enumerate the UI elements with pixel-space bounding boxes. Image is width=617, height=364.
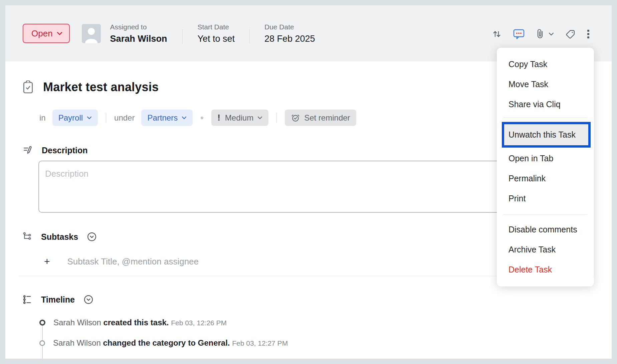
priority-dropdown[interactable]: ! Medium bbox=[211, 110, 268, 126]
in-label: in bbox=[39, 113, 46, 123]
menu-item-disable-comments[interactable]: Disable comments bbox=[497, 219, 594, 239]
collapse-subtasks-icon[interactable] bbox=[87, 232, 97, 242]
timeline-action: changed the category to General. bbox=[103, 338, 230, 347]
timeline-actor[interactable]: Sarah Wilson bbox=[53, 338, 101, 347]
chevron-down-icon bbox=[257, 116, 262, 120]
subtask-title-input[interactable]: Subtask Title, @mention assignee bbox=[67, 256, 199, 267]
chevron-down-icon bbox=[549, 32, 554, 36]
header-divider bbox=[249, 29, 250, 44]
due-date-label: Due Date bbox=[264, 23, 315, 31]
status-label: Open bbox=[31, 28, 53, 39]
highlight-annotation-box: Unwatch this Task bbox=[502, 122, 591, 148]
due-date-field: Due Date 28 Feb 2025 bbox=[264, 23, 315, 44]
task-options-menu: Copy Task Move Task Share via Cliq Unwat… bbox=[497, 48, 594, 287]
paperclip-icon bbox=[536, 29, 545, 39]
timeline-bullet-icon bbox=[39, 320, 45, 326]
page-title: Market test analysis bbox=[43, 80, 159, 94]
attachment-button[interactable] bbox=[536, 29, 554, 39]
menu-item-permalink[interactable]: Permalink bbox=[497, 168, 594, 188]
tasklist-dropdown[interactable]: Payroll bbox=[52, 110, 98, 126]
menu-item-archive-task[interactable]: Archive Task bbox=[497, 239, 594, 259]
assigned-to-label: Assigned to bbox=[110, 23, 167, 31]
task-clipboard-icon bbox=[22, 80, 34, 94]
description-icon bbox=[22, 145, 33, 156]
timeline-entry: Sarah Wilson created this task. Feb 03, … bbox=[39, 317, 288, 329]
alarm-clock-icon bbox=[291, 113, 300, 123]
timeline-entry: Sarah Wilson changed the category to Gen… bbox=[39, 337, 288, 349]
set-reminder-button[interactable]: Set reminder bbox=[285, 110, 356, 126]
timeline-entry: Sarah Wilson moved this task. Today at 1… bbox=[39, 357, 288, 359]
meta-dot-separator bbox=[201, 117, 203, 119]
timeline-list: Sarah Wilson created this task. Feb 03, … bbox=[39, 317, 288, 359]
priority-icon: ! bbox=[217, 113, 220, 123]
menu-item-unwatch-this-task[interactable]: Unwatch this Task bbox=[504, 124, 588, 145]
sort-swap-icon[interactable] bbox=[492, 29, 502, 39]
meta-divider bbox=[276, 113, 277, 123]
timeline-bullet-icon bbox=[39, 340, 45, 346]
timeline-icon bbox=[22, 295, 32, 305]
add-subtask-row[interactable]: + Subtask Title, @mention assignee bbox=[44, 256, 199, 267]
task-meta-row: in Payroll under Partners ! Medium bbox=[39, 110, 356, 126]
tag-icon[interactable] bbox=[565, 29, 576, 39]
assignee-name[interactable]: Sarah Wilson bbox=[110, 34, 167, 44]
subtasks-heading: Subtasks bbox=[41, 232, 78, 242]
meta-divider bbox=[106, 113, 106, 123]
assigned-to-field: Assigned to Sarah Wilson bbox=[110, 23, 167, 44]
chevron-down-icon bbox=[87, 116, 92, 120]
menu-item-delete-task[interactable]: Delete Task bbox=[497, 259, 594, 280]
header-divider bbox=[182, 29, 183, 44]
menu-item-copy-task[interactable]: Copy Task bbox=[497, 54, 594, 74]
menu-divider bbox=[503, 117, 587, 118]
description-heading: Description bbox=[42, 146, 88, 155]
start-date-value[interactable]: Yet to set bbox=[197, 34, 235, 44]
timeline-action: created this task. bbox=[103, 318, 169, 327]
subtasks-icon bbox=[22, 232, 32, 242]
more-options-kebab-icon[interactable] bbox=[587, 29, 590, 39]
menu-item-print[interactable]: Print bbox=[497, 188, 594, 208]
timeline-actor[interactable]: Sarah Wilson bbox=[53, 318, 101, 327]
assignee-avatar[interactable] bbox=[82, 24, 101, 43]
menu-item-move-task[interactable]: Move Task bbox=[497, 74, 594, 94]
timeline-heading: Timeline bbox=[41, 295, 75, 305]
task-detail-panel: Open Assigned to Sarah Wilson Start Date… bbox=[5, 5, 612, 359]
description-placeholder: Description bbox=[45, 169, 88, 179]
status-dropdown-button[interactable]: Open bbox=[23, 24, 70, 43]
header-action-icons bbox=[492, 29, 590, 39]
start-date-field: Start Date Yet to set bbox=[197, 23, 235, 44]
parent-task-value: Partners bbox=[147, 113, 178, 123]
start-date-label: Start Date bbox=[197, 23, 235, 31]
menu-item-share-via-cliq[interactable]: Share via Cliq bbox=[497, 94, 594, 114]
chevron-down-icon bbox=[57, 32, 62, 35]
chevron-down-icon bbox=[182, 116, 187, 120]
timeline-time: Feb 03, 12:26 PM bbox=[171, 319, 227, 327]
priority-value: Medium bbox=[225, 113, 253, 123]
tasklist-value: Payroll bbox=[58, 113, 83, 123]
parent-task-dropdown[interactable]: Partners bbox=[141, 110, 193, 126]
due-date-value[interactable]: 28 Feb 2025 bbox=[264, 34, 315, 44]
collapse-timeline-icon[interactable] bbox=[83, 295, 93, 305]
under-label: under bbox=[114, 113, 135, 123]
menu-item-open-in-tab[interactable]: Open in Tab bbox=[497, 148, 594, 168]
menu-divider bbox=[503, 214, 587, 215]
set-reminder-label: Set reminder bbox=[304, 113, 350, 123]
comments-icon[interactable] bbox=[513, 29, 525, 39]
add-subtask-plus-icon[interactable]: + bbox=[44, 256, 50, 267]
timeline-time: Feb 03, 12:27 PM bbox=[232, 339, 288, 347]
